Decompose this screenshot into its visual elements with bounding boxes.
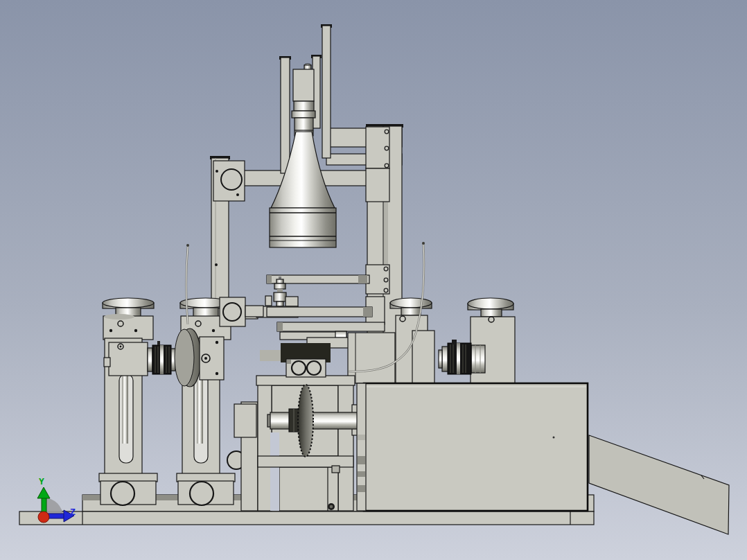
cad-viewport[interactable]: Y Z [0, 0, 747, 560]
post-clamp-ring [221, 169, 242, 190]
axis-y-label: Y [39, 476, 44, 487]
axis-z-label: Z [70, 507, 76, 517]
side-camera-left [104, 341, 175, 376]
origin-point [38, 511, 49, 523]
backlight-disc [175, 329, 201, 387]
drive-shaft [270, 412, 359, 429]
top-camera [292, 64, 315, 136]
roller-block [286, 359, 326, 377]
electronics-enclosure [357, 383, 588, 511]
